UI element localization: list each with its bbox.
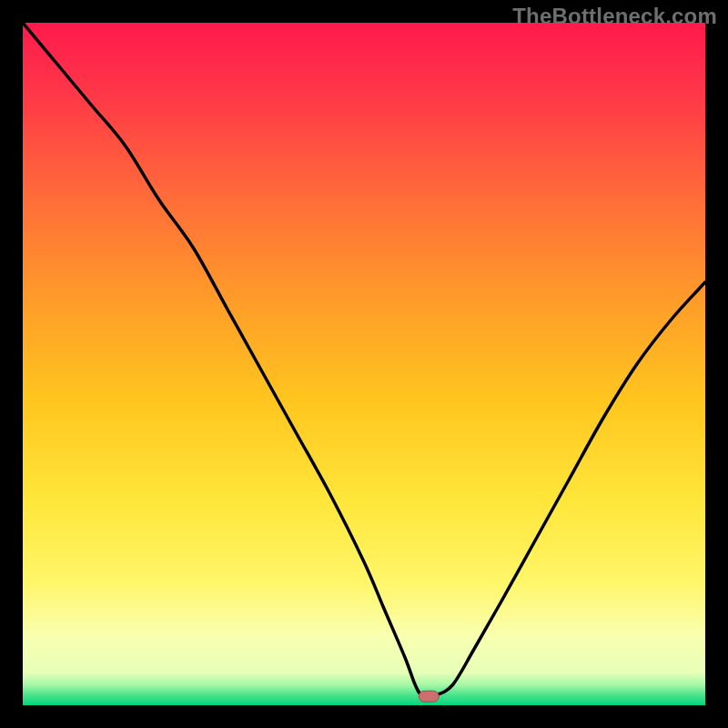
- minimum-marker: [419, 691, 439, 702]
- bottleneck-plot: [23, 23, 705, 705]
- gradient-background: [23, 23, 705, 705]
- watermark-text: TheBottleneck.com: [512, 4, 717, 29]
- chart-frame: TheBottleneck.com: [0, 0, 728, 728]
- plot-area: [23, 23, 705, 705]
